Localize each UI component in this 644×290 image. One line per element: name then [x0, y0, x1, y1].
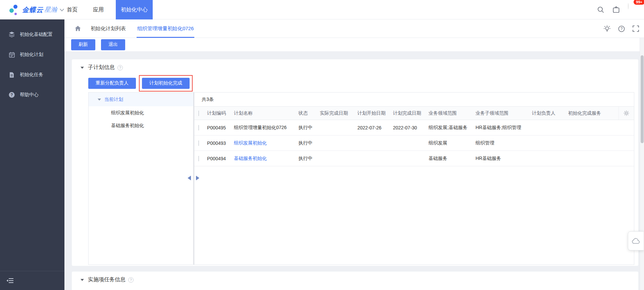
subplan-table: 共3条 计划编码 计划名称 状态 实际完成日期 计划开始日期 计划完成日期 业务…: [194, 93, 634, 265]
cloud-float-button[interactable]: [628, 231, 644, 250]
subplan-panel: 当前计划 组织发展初始化 基础服务初始化 共3条 计划编码 计划: [88, 92, 634, 265]
col-plan-code: 计划编码: [207, 110, 234, 116]
business-subdomain: HR基础服务;组织管理: [476, 125, 532, 131]
help-circle-icon: ?: [8, 92, 15, 98]
plan-code: P000493: [207, 140, 234, 146]
business-domain: 基础服务: [429, 156, 476, 162]
select-all-checkbox[interactable]: [198, 111, 199, 116]
table-row[interactable]: P000493 组织发展初始化 执行中 组织发展 组织管理: [194, 135, 634, 151]
help-icon[interactable]: ?: [618, 25, 625, 33]
message-icon[interactable]: [612, 6, 620, 14]
panel-splitter[interactable]: [193, 93, 194, 265]
row-checkbox[interactable]: [198, 156, 199, 161]
page-scrollbar: [640, 38, 644, 290]
subplan-section-title: 子计划信息: [88, 64, 115, 71]
col-plan-owner: 计划负责人: [532, 110, 568, 116]
sidebar-item-init-base-config[interactable]: 初始化基础配置: [0, 24, 64, 45]
svg-text:?: ?: [10, 93, 13, 97]
nav-item-apps[interactable]: 应用: [88, 0, 109, 19]
table-total-count: 共3条: [194, 93, 634, 107]
tree-caret-icon: [98, 99, 101, 101]
col-plan-start-date: 计划开始日期: [357, 110, 393, 116]
col-business-domain: 业务领域范围: [429, 110, 476, 116]
tree-item-org-dev-init[interactable]: 组织发展初始化: [89, 106, 193, 119]
home-icon[interactable]: [75, 25, 81, 32]
section-collapse-caret-icon[interactable]: [81, 67, 84, 69]
sidebar-item-help-center[interactable]: ? 帮助中心: [0, 85, 64, 105]
tab-current-plan[interactable]: 组织管理增量初始化0726: [137, 19, 194, 38]
main-content: 刷新 退出 子计划信息 ? 重新分配负责人 计划初始化完成: [64, 38, 644, 290]
col-actual-finish-date: 实际完成日期: [320, 110, 357, 116]
scrollbar-thumb[interactable]: [641, 55, 644, 143]
fullscreen-icon[interactable]: [632, 25, 639, 32]
page-toolbar: 刷新 退出: [64, 38, 644, 51]
plan-init-complete-button[interactable]: 计划初始化完成: [142, 78, 190, 89]
notification-badge: 99+: [633, 0, 644, 5]
sidebar-item-label: 初始化任务: [20, 72, 43, 78]
plan-name-link[interactable]: 基础服务初始化: [234, 156, 298, 162]
business-subdomain: HR基础服务: [476, 156, 532, 162]
plan-tree: 当前计划 组织发展初始化 基础服务初始化: [89, 93, 193, 265]
topbar-right: 99+: [597, 0, 644, 19]
app-root: 金蝶云 星瀚 首页 应用 初始化中心 99+ 初始化计划列表 组: [0, 0, 644, 290]
business-subdomain: 组织管理: [476, 140, 532, 146]
collapse-sidebar-icon[interactable]: [6, 277, 14, 284]
business-domain: 组织发展: [429, 140, 476, 146]
svg-text:?: ?: [621, 26, 623, 31]
plan-name: 组织管理增量初始化0726: [234, 125, 298, 131]
sidebar-footer: [0, 271, 64, 290]
subplan-actions: 重新分配负责人 计划初始化完成: [88, 77, 638, 89]
refresh-button[interactable]: 刷新: [71, 39, 95, 50]
tasks-card: 实施项任务信息 ?: [72, 272, 638, 290]
tree-root-label: 当前计划: [104, 97, 123, 103]
col-plan-name: 计划名称: [234, 110, 298, 116]
plan-name-link[interactable]: 组织发展初始化: [234, 140, 298, 146]
section-collapse-caret-icon[interactable]: [81, 279, 84, 281]
nav-item-home[interactable]: 首页: [61, 0, 83, 19]
plan-finish-date: 2022-07-30: [393, 125, 429, 130]
tree-item-base-service-init[interactable]: 基础服务初始化: [89, 119, 193, 132]
exit-button[interactable]: 退出: [101, 39, 125, 50]
status-text: 执行中: [298, 125, 320, 131]
col-init-complete-service: 初始化完成服务: [568, 110, 612, 116]
splitter-expand-right-icon[interactable]: [196, 176, 199, 180]
document-icon: [8, 71, 15, 78]
gear-icon[interactable]: [618, 107, 634, 120]
bulb-icon[interactable]: [603, 25, 611, 33]
tree-root-current-plan[interactable]: 当前计划: [89, 93, 193, 106]
cloud-icon: [631, 237, 641, 245]
sidebar-item-init-plan[interactable]: 初始化计划: [0, 45, 64, 65]
sidebar-item-init-task[interactable]: 初始化任务: [0, 65, 64, 85]
breadcrumb-tools: ?: [603, 19, 639, 38]
sidebar-item-label: 初始化计划: [20, 52, 43, 58]
section-help-icon[interactable]: ?: [117, 65, 123, 70]
chevron-down-icon[interactable]: [60, 7, 64, 11]
table-row[interactable]: P000494 基础服务初始化 执行中 基础服务 HR基础服务: [194, 151, 634, 166]
plan-code: P000495: [207, 125, 234, 130]
row-checkbox[interactable]: [198, 140, 199, 146]
splitter-collapse-left-icon[interactable]: [188, 176, 191, 180]
top-bar: 金蝶云 星瀚 首页 应用 初始化中心 99+: [0, 0, 644, 19]
section-help-icon[interactable]: ?: [128, 277, 134, 283]
sidebar-item-label: 帮助中心: [20, 92, 39, 98]
brand-suffix: 星瀚: [44, 5, 57, 14]
col-plan-finish-date: 计划完成日期: [393, 110, 429, 116]
search-icon[interactable]: [597, 6, 604, 13]
annotation-red-box: 计划初始化完成: [139, 75, 193, 92]
nav-item-init-center[interactable]: 初始化中心: [116, 0, 153, 19]
tab-plan-list[interactable]: 初始化计划列表: [90, 19, 127, 38]
user-avatar[interactable]: 99+: [628, 3, 641, 16]
sidebar: 初始化基础配置 初始化计划 初始化任务 ? 帮助中心: [0, 19, 64, 290]
brand-logo[interactable]: 金蝶云 星瀚: [9, 0, 63, 19]
table-header-row: 计划编码 计划名称 状态 实际完成日期 计划开始日期 计划完成日期 业务领域范围…: [194, 107, 634, 120]
col-business-subdomain: 业务子领域范围: [476, 110, 532, 116]
plan-start-date: 2022-07-26: [357, 125, 393, 130]
kingdee-logo-icon: [9, 3, 20, 16]
plan-code: P000494: [207, 156, 234, 161]
status-text: 执行中: [298, 156, 320, 162]
avatar: [628, 3, 629, 9]
reassign-owner-button[interactable]: 重新分配负责人: [88, 78, 136, 89]
brand-name: 金蝶云: [22, 5, 43, 14]
table-row[interactable]: P000495 组织管理增量初始化0726 执行中 2022-07-26 202…: [194, 120, 634, 135]
row-checkbox[interactable]: [198, 125, 199, 130]
